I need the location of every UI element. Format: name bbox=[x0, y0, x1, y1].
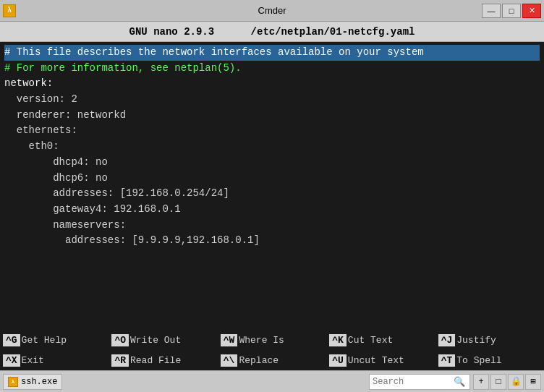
shortcut-row-1: ^G Get Help ^O Write Out ^W Where Is ^K … bbox=[0, 330, 544, 350]
editor-line: addresses: [9.9.9.9,192.168.0.1] bbox=[4, 233, 540, 249]
editor-line: dhcp4: no bbox=[4, 155, 540, 171]
search-icon: 🔍 bbox=[454, 376, 465, 388]
shortcut-key: ^R bbox=[111, 354, 129, 367]
shortcut-bar: ^G Get Help ^O Write Out ^W Where Is ^K … bbox=[0, 330, 544, 370]
shortcut-key: ^K bbox=[329, 334, 347, 346]
editor-line: gateway4: 192.168.0.1 bbox=[4, 202, 540, 218]
shortcut-label: Read File bbox=[130, 355, 181, 366]
nano-header: GNU nano 2.9.3 /etc/netplan/01-netcfg.ya… bbox=[0, 22, 544, 42]
grid-icon[interactable]: ⊞ bbox=[525, 374, 541, 390]
editor-line: addresses: [192.168.0.254/24] bbox=[4, 186, 540, 202]
shortcut-key: ^U bbox=[329, 354, 347, 367]
shortcut-key: ^J bbox=[438, 334, 456, 346]
shortcut-key: ^W bbox=[221, 334, 238, 346]
editor-line: # This file describes the network interf… bbox=[4, 45, 540, 61]
search-input[interactable] bbox=[373, 377, 452, 387]
shortcut-key: ^T bbox=[438, 354, 456, 367]
title-bar-left: λ bbox=[3, 4, 16, 17]
shortcut-label: Uncut Text bbox=[348, 355, 404, 366]
shortcut-key: ^\ bbox=[221, 354, 238, 367]
shortcut-key: ^X bbox=[3, 354, 20, 367]
editor-line: network: bbox=[4, 76, 540, 92]
shortcut-label: To Spell bbox=[456, 355, 501, 366]
taskbar-search-box[interactable]: 🔍 bbox=[369, 374, 470, 390]
taskbar-right-icons: + □ 🔒 ⊞ bbox=[473, 374, 541, 390]
shortcut-read-file[interactable]: ^R Read File bbox=[109, 350, 217, 370]
lock-icon[interactable]: 🔒 bbox=[508, 374, 524, 390]
maximize-button[interactable]: □ bbox=[502, 4, 521, 18]
shortcut-where-is[interactable]: ^W Where Is bbox=[218, 330, 326, 350]
title-bar: λ Cmder — □ ✕ bbox=[0, 0, 544, 22]
shortcut-label: Write Out bbox=[130, 335, 181, 346]
editor-line: ethernets: bbox=[4, 123, 540, 139]
editor-line: # For more information, see netplan(5). bbox=[4, 61, 540, 77]
editor-line: nameservers: bbox=[4, 218, 540, 234]
editor-line: renderer: networkd bbox=[4, 108, 540, 124]
editor-line: eth0: bbox=[4, 139, 540, 155]
editor-line: version: 2 bbox=[4, 92, 540, 108]
nano-file-path: /etc/netplan/01-netcfg.yaml bbox=[251, 26, 415, 38]
shortcut-justify[interactable]: ^J Justify bbox=[435, 330, 544, 350]
shortcut-replace[interactable]: ^\ Replace bbox=[218, 350, 326, 370]
nano-app-name: GNU nano 2.9.3 bbox=[129, 26, 215, 38]
editor-area[interactable]: # This file describes the network interf… bbox=[0, 42, 544, 252]
shortcut-label: Cut Text bbox=[348, 335, 393, 346]
shortcut-row-2: ^X Exit ^R Read File ^\ Replace ^U Uncut… bbox=[0, 350, 544, 370]
taskbar-item-label: ssh.exe bbox=[21, 377, 57, 387]
shortcut-key: ^O bbox=[111, 334, 129, 346]
shortcut-label: Where Is bbox=[239, 335, 284, 346]
shortcut-label: Exit bbox=[22, 355, 44, 366]
taskbar-ssh-item[interactable]: λ ssh.exe bbox=[3, 374, 62, 390]
window-icon[interactable]: □ bbox=[490, 374, 506, 390]
shortcut-exit[interactable]: ^X Exit bbox=[0, 350, 109, 370]
shortcut-to-spell[interactable]: ^T To Spell bbox=[435, 350, 544, 370]
add-icon[interactable]: + bbox=[473, 374, 489, 390]
shortcut-label: Justify bbox=[456, 335, 496, 346]
close-button[interactable]: ✕ bbox=[522, 4, 541, 18]
app-icon: λ bbox=[3, 4, 16, 17]
taskbar: λ ssh.exe 🔍 + □ 🔒 ⊞ bbox=[0, 370, 544, 392]
shortcut-uncut-text[interactable]: ^U Uncut Text bbox=[326, 350, 435, 370]
shortcut-label: Replace bbox=[239, 355, 279, 366]
shortcut-label: Get Help bbox=[22, 335, 67, 346]
shortcut-get-help[interactable]: ^G Get Help bbox=[0, 330, 109, 350]
window-controls: — □ ✕ bbox=[482, 4, 541, 18]
window-title: Cmder bbox=[258, 5, 286, 16]
shortcut-cut-text[interactable]: ^K Cut Text bbox=[326, 330, 435, 350]
ssh-icon: λ bbox=[8, 377, 18, 387]
minimize-button[interactable]: — bbox=[482, 4, 501, 18]
shortcut-key: ^G bbox=[3, 334, 20, 346]
shortcut-write-out[interactable]: ^O Write Out bbox=[109, 330, 217, 350]
editor-line: dhcp6: no bbox=[4, 171, 540, 187]
